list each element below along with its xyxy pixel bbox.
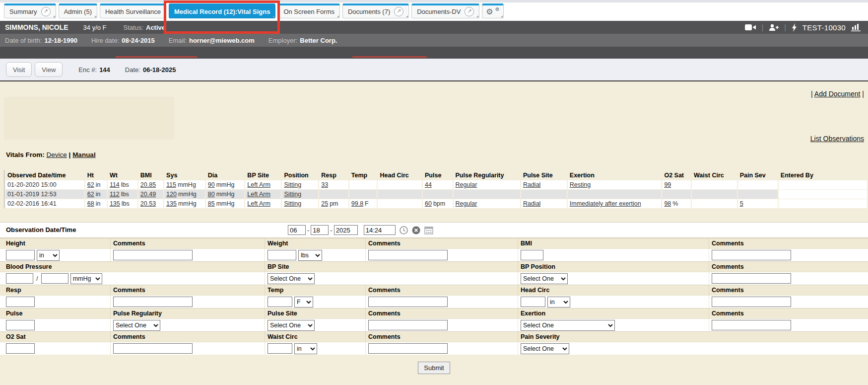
o2-sat-input[interactable]	[6, 343, 35, 354]
temp-select[interactable]: F	[294, 297, 313, 308]
vitals-value-link[interactable]: 25	[321, 200, 328, 207]
pulse-input[interactable]	[6, 320, 35, 330]
vitals-value-link[interactable]: 99.8	[351, 200, 363, 207]
view-button[interactable]: View	[35, 62, 63, 77]
comments-input[interactable]	[368, 343, 448, 354]
vitals-value-link[interactable]: Left Arm	[247, 191, 270, 198]
settings-button[interactable]: ⚙⚙	[482, 3, 503, 18]
blood-pressure-input[interactable]	[6, 273, 33, 284]
comments-label: Comments	[113, 333, 145, 340]
tab-documents-dv[interactable]: Documents-DV ↗	[411, 3, 479, 18]
vitals-value-link[interactable]: 112	[110, 191, 120, 198]
vitals-value-link[interactable]: Immediately after exertion	[570, 200, 641, 207]
vitals-value-link[interactable]: 80	[208, 191, 215, 198]
vitals-value-link[interactable]: 98	[664, 200, 671, 207]
comments-input[interactable]	[113, 343, 193, 354]
tab-health-surveillance[interactable]: Health Surveillance	[100, 3, 166, 18]
bp-position-select[interactable]: Select One	[521, 273, 568, 284]
vitals-value-link[interactable]: 115	[166, 181, 176, 188]
popout-icon[interactable]: ↗	[41, 7, 51, 16]
waist-circ-select[interactable]: in	[294, 343, 317, 354]
height-select[interactable]: in	[37, 250, 60, 261]
vitals-value-link[interactable]: Resting	[570, 181, 591, 188]
vitals-value-link[interactable]: Left Arm	[247, 200, 270, 207]
head-circ-select[interactable]: in	[547, 297, 570, 308]
vitals-value-link[interactable]: Radial	[523, 200, 540, 207]
add-document-link[interactable]: Add Document	[814, 90, 861, 98]
device-link[interactable]: Device	[47, 151, 67, 158]
vitals-value-link[interactable]: 135	[110, 200, 120, 207]
bp-site-select[interactable]: Select One	[267, 273, 315, 284]
tab-medical-record-vital-signs[interactable]: Medical Record (12):Vital Signs	[169, 3, 275, 18]
comments-input[interactable]	[712, 320, 791, 330]
vitals-value-link[interactable]: 44	[425, 181, 432, 188]
comments-input[interactable]	[368, 320, 448, 330]
blood-pressure-input[interactable]	[41, 273, 68, 284]
tab-on-screen-forms[interactable]: On Screen Forms	[278, 3, 340, 18]
vitals-value-link[interactable]: 120	[166, 191, 177, 198]
popout-icon[interactable]: ↗	[465, 7, 474, 16]
lightning-icon[interactable]	[792, 23, 797, 32]
vitals-value-link[interactable]: 62	[87, 181, 94, 188]
vitals-value-link[interactable]: 114	[110, 181, 120, 188]
vitals-value-link[interactable]: 90	[208, 181, 215, 188]
obs-month-input[interactable]	[288, 225, 306, 235]
vitals-value-link[interactable]: 20.53	[140, 200, 156, 207]
add-person-icon[interactable]	[769, 24, 779, 31]
temp-input[interactable]	[267, 297, 292, 307]
bar-chart-icon[interactable]	[851, 23, 861, 31]
visit-button[interactable]: Visit	[6, 62, 32, 77]
vitals-value-link[interactable]: 20.49	[140, 191, 156, 198]
tab-documents[interactable]: Documents (7) ↗	[342, 3, 409, 18]
vitals-value-link[interactable]: 33	[321, 181, 328, 188]
vitals-value-link[interactable]: Regular	[456, 200, 477, 207]
popout-icon[interactable]: ↗	[394, 7, 403, 16]
calendar-icon[interactable]	[424, 226, 433, 234]
vitals-value-link[interactable]: 99	[664, 181, 671, 188]
manual-link[interactable]: Manual	[72, 151, 96, 158]
comments-input[interactable]	[712, 250, 791, 260]
vitals-value-link[interactable]: Left Arm	[247, 181, 270, 188]
comments-input[interactable]	[712, 297, 791, 307]
tab-admin[interactable]: Admin (5)	[59, 3, 97, 18]
vitals-value-link[interactable]: Sitting	[284, 191, 301, 198]
weight-input[interactable]	[267, 250, 296, 260]
clear-icon[interactable]	[412, 226, 420, 234]
vitals-value-link[interactable]: Regular	[456, 181, 477, 188]
weight-select[interactable]: lbs	[298, 250, 322, 261]
comments-input[interactable]	[113, 250, 193, 260]
clock-icon[interactable]	[400, 226, 408, 234]
pulse-regularity-select[interactable]: Select One	[113, 320, 160, 331]
pulse-site-select[interactable]: Select One	[267, 320, 315, 331]
comments-input[interactable]	[368, 250, 448, 260]
tab-summary[interactable]: Summary ↗	[4, 3, 56, 18]
vitals-value-link[interactable]: 5	[740, 200, 743, 207]
comments-input[interactable]	[368, 297, 448, 307]
vitals-value-link[interactable]: 135	[166, 200, 177, 207]
vitals-value-link[interactable]: 85	[208, 200, 215, 207]
height-input[interactable]	[6, 250, 35, 260]
bmi-input[interactable]	[521, 250, 543, 260]
submit-button[interactable]: Submit	[418, 362, 450, 374]
vitals-value-link[interactable]: Sitting	[284, 181, 301, 188]
list-observations-link[interactable]: List Observations	[810, 135, 864, 143]
vitals-value-link[interactable]: Radial	[523, 181, 540, 188]
comments-input[interactable]	[712, 273, 791, 284]
vitals-value-link[interactable]: 62	[87, 191, 94, 198]
vitals-chart-placeholder	[4, 97, 174, 140]
obs-day-input[interactable]	[311, 225, 329, 235]
pain-severity-select[interactable]: Select One	[521, 343, 569, 354]
blood-pressure-select[interactable]: mmHg	[70, 273, 102, 284]
obs-time-input[interactable]	[364, 225, 396, 235]
comments-input[interactable]	[113, 297, 193, 307]
vitals-value-link[interactable]: 68	[87, 200, 94, 207]
vitals-value-link[interactable]: 20.85	[140, 181, 156, 188]
obs-year-input[interactable]	[334, 225, 358, 235]
video-camera-icon[interactable]	[745, 24, 756, 31]
head-circ-input[interactable]	[521, 297, 545, 307]
waist-circ-input[interactable]	[267, 343, 292, 354]
vitals-value-link[interactable]: 60	[425, 200, 432, 207]
vitals-value-link[interactable]: Sitting	[284, 200, 301, 207]
exertion-select[interactable]: Select One	[521, 320, 615, 331]
resp-input[interactable]	[6, 297, 35, 307]
